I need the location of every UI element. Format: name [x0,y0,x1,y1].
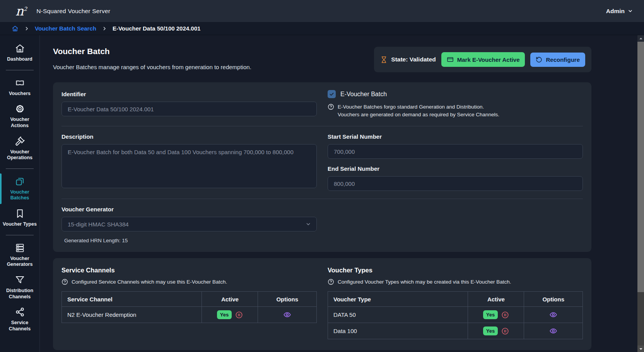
column-header: Voucher Type [328,292,468,307]
sidebar-divider [6,70,34,70]
admin-menu-label: Admin [606,8,625,15]
server-icon [15,243,25,253]
service-channels-table: Service Channel Active Options N2 E-Vouc… [61,291,317,323]
column-header: Service Channel [62,292,202,307]
copy-icon [15,176,25,187]
main-content: Voucher Batch Voucher Batches manage ran… [40,35,644,352]
admin-menu[interactable]: Admin [606,8,633,15]
sidebar: Dashboard Vouchers Voucher Actions Vouch… [0,35,40,352]
identifier-field[interactable] [61,102,317,116]
view-eye-icon[interactable] [530,327,577,335]
voucher-types-section: Voucher Types Configured Voucher Types w… [328,267,583,339]
table-row: Data 100 Yes [328,323,583,339]
active-badge: Yes [483,326,498,335]
start-serial-label: Start Serial Number [328,133,583,140]
pause-circle-icon[interactable] [235,311,243,319]
chevron-right-icon [24,26,29,31]
identifier-label: Identifier [61,91,317,97]
column-header: Options [258,292,317,307]
scrollbar[interactable] [637,35,644,352]
page-title: Voucher Batch [53,47,251,56]
end-serial-field[interactable] [328,176,583,191]
active-badge: Yes [217,310,232,319]
service-channels-title: Service Channels [61,267,317,274]
app-logo: n2 [15,5,27,17]
state-label: State: Validated [380,56,436,63]
breadcrumb-link-voucher-batch-search[interactable]: Voucher Batch Search [35,25,96,32]
description-label: Description [61,133,317,140]
column-header: Options [524,292,583,307]
service-channel-name: N2 E-Voucher Redemption [62,307,202,323]
sidebar-item-service-channels[interactable]: Service Channels [0,303,39,335]
help-circle-icon [328,104,334,118]
sidebar-item-voucher-actions[interactable]: Voucher Actions [0,100,39,132]
service-channels-help: Configured Service Channels which may us… [61,279,317,285]
end-serial-label: End Serial Number [328,165,583,172]
view-eye-icon[interactable] [530,311,577,319]
form-divider [61,126,583,126]
table-row: DATA 50 Yes [328,307,583,323]
start-serial-field[interactable] [328,144,583,159]
scrollbar-up-arrow[interactable] [637,35,644,42]
voucher-generator-label: Voucher Generator [61,206,317,213]
evoucher-batch-help: E-Voucher Batches forgo standard Generat… [328,103,583,118]
sidebar-item-voucher-operations[interactable]: Voucher Operations [0,133,39,165]
service-channels-section: Service Channels Configured Service Chan… [61,267,317,323]
share-nodes-icon [15,307,25,317]
evoucher-batch-checkbox-label: E-Voucher Batch [340,91,387,98]
rotate-ccw-icon [536,56,542,63]
breadcrumb-current: E-Voucher Data 50/100 2024.001 [113,25,200,32]
chevron-right-icon [102,26,107,31]
form-divider [61,199,583,199]
chevron-down-icon [627,8,633,14]
column-header: Active [468,292,524,307]
voucher-types-table: Voucher Type Active Options DATA 50 Yes [328,291,583,339]
sidebar-item-vouchers[interactable]: Vouchers [0,74,39,100]
sidebar-item-voucher-generators[interactable]: Voucher Generators [0,239,39,271]
chevron-down-icon [305,221,311,227]
mark-evoucher-active-button[interactable]: Mark E-Voucher Active [441,52,525,67]
hourglass-icon [380,56,388,63]
sidebar-item-voucher-batches[interactable]: Voucher Batches [0,173,39,205]
home-icon[interactable] [12,25,19,32]
sidebar-divider [6,235,34,235]
page-subtitle: Voucher Batches manage ranges of voucher… [53,64,251,70]
description-field[interactable]: E-Voucher Batch for both Data 50 and Dat… [61,144,317,188]
sidebar-divider [6,168,34,169]
voucher-type-name: Data 100 [328,323,468,339]
generated-hrn-length: Generated HRN Length: 15 [61,238,317,243]
breadcrumb: Voucher Batch Search E-Voucher Data 50/1… [0,22,644,35]
help-circle-icon [61,279,68,285]
card-icon [447,56,454,63]
column-header: Active [202,292,258,307]
app-title: N-Squared Voucher Server [36,8,110,15]
voucher-type-name: DATA 50 [328,307,468,323]
gear-icon [15,104,25,114]
voucher-batch-form-card: Identifier E-Voucher Batch [53,82,591,252]
scrollbar-thumb[interactable] [637,42,644,292]
home-icon [15,43,25,54]
sidebar-item-dashboard[interactable]: Dashboard [0,40,39,66]
channels-types-card: Service Channels Configured Service Chan… [53,258,591,350]
view-eye-icon[interactable] [263,311,311,319]
pause-circle-icon[interactable] [501,311,509,319]
scrollbar-down-arrow[interactable] [637,345,644,352]
help-circle-icon [328,279,334,285]
bookmark-icon [15,208,25,219]
app-header: n2 N-Squared Voucher Server Admin [0,0,644,22]
voucher-generator-select[interactable]: 15-digit HMAC SHA384 [61,217,317,231]
active-badge: Yes [483,310,498,319]
pause-circle-icon[interactable] [501,327,509,335]
reconfigure-button[interactable]: Reconfigure [530,53,585,67]
sidebar-item-voucher-types[interactable]: Voucher Types [0,205,39,231]
gavel-icon [15,136,25,146]
evoucher-batch-checkbox[interactable] [328,90,336,98]
ticket-icon [15,78,25,88]
sidebar-item-distribution-channels[interactable]: Distribution Channels [0,271,39,303]
voucher-types-help: Configured Voucher Types which may be cr… [328,279,583,285]
state-panel: State: Validated Mark E-Voucher Active R… [374,47,591,72]
funnel-icon [15,275,25,285]
voucher-types-title: Voucher Types [328,267,583,274]
table-row: N2 E-Voucher Redemption Yes [62,307,317,323]
